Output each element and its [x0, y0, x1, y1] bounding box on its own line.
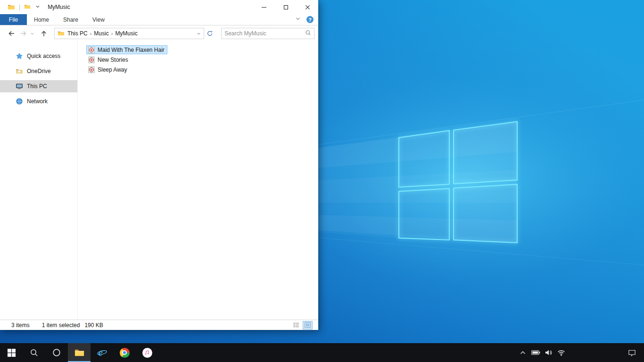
forward-button[interactable]: [19, 29, 28, 38]
music-file-icon: [88, 46, 95, 54]
details-view-icon: [293, 321, 300, 329]
tab-home[interactable]: Home: [27, 14, 56, 25]
close-button[interactable]: [297, 0, 318, 14]
taskbar-chrome-button[interactable]: [113, 343, 136, 362]
details-view-button[interactable]: [291, 321, 301, 329]
refresh-button[interactable]: [204, 28, 215, 39]
windows-logo-icon: [7, 348, 16, 357]
window-controls: [253, 0, 318, 14]
svg-text:e: e: [98, 347, 102, 358]
minimize-icon: [262, 7, 266, 8]
navigation-pane: Quick access OneDrive This PC Network: [0, 41, 78, 320]
search-icon[interactable]: [305, 30, 311, 37]
selection-size: 190 KB: [84, 322, 103, 329]
ribbon-right-controls: ?: [295, 14, 318, 25]
taskbar-search-button[interactable]: [23, 343, 45, 362]
qat-folder-button[interactable]: [24, 3, 32, 11]
tab-view[interactable]: View: [85, 14, 112, 25]
search-input[interactable]: [224, 30, 305, 37]
address-bar[interactable]: This PC › Music › MyMusic: [54, 28, 204, 39]
selection-summary: 1 item selected: [42, 322, 80, 329]
large-icons-view-button[interactable]: [303, 321, 313, 329]
qat-customize-chevron-icon[interactable]: [35, 4, 40, 10]
close-icon: [305, 5, 310, 10]
sidebar-item-onedrive[interactable]: OneDrive: [0, 65, 77, 77]
status-bar: 3 items 1 item selected 190 KB: [0, 320, 318, 330]
star-icon: [16, 52, 23, 60]
file-item-sleep-away[interactable]: Sleep Away: [86, 65, 130, 74]
qat-separator: |: [19, 4, 20, 10]
sidebar-item-this-pc[interactable]: This PC: [0, 80, 77, 92]
view-toggle-group: [291, 321, 313, 329]
itunes-icon: [142, 348, 152, 358]
music-file-icon: [88, 66, 95, 74]
sidebar-item-label: Network: [27, 98, 48, 105]
system-tray: [518, 343, 566, 362]
window-folder-icon: [8, 3, 15, 11]
file-name: Maid With The Flaxen Hair: [98, 47, 165, 53]
sidebar-item-network[interactable]: Network: [0, 95, 77, 107]
search-box: [221, 28, 314, 39]
back-button[interactable]: [7, 29, 16, 38]
hidden-icons-chevron-icon[interactable]: [518, 343, 528, 362]
file-name: Sleep Away: [98, 66, 127, 73]
expand-ribbon-chevron-icon[interactable]: [295, 16, 301, 23]
sidebar-item-label: This PC: [27, 83, 47, 90]
sidebar-item-label: OneDrive: [27, 68, 51, 74]
taskbar-file-explorer-button[interactable]: [68, 343, 91, 362]
file-item-new-stories[interactable]: New Stories: [86, 55, 131, 64]
cortana-button[interactable]: [45, 343, 68, 362]
network-icon: [16, 98, 23, 105]
music-file-icon: [88, 56, 95, 64]
pc-icon: [16, 82, 23, 90]
breadcrumb-mymusic[interactable]: MyMusic: [113, 30, 140, 37]
battery-icon[interactable]: [531, 343, 540, 362]
large-icons-view-icon: [304, 321, 311, 329]
navigation-bar: This PC › Music › MyMusic: [0, 25, 318, 41]
action-center-button[interactable]: [621, 343, 642, 362]
onedrive-icon: [16, 67, 23, 75]
item-count: 3 items: [11, 322, 30, 329]
sidebar-item-quick-access[interactable]: Quick access: [0, 50, 77, 62]
tab-file[interactable]: File: [0, 14, 27, 25]
up-button[interactable]: [39, 29, 49, 38]
window-title: MyMusic: [48, 4, 70, 10]
taskbar-itunes-button[interactable]: [136, 343, 158, 362]
breadcrumb-this-pc[interactable]: This PC: [65, 30, 90, 37]
action-center-icon: [628, 349, 636, 357]
address-dropdown-chevron-icon[interactable]: [196, 32, 202, 36]
volume-icon[interactable]: [544, 343, 553, 362]
file-list: Maid With The Flaxen Hair New Stories Sl…: [78, 41, 318, 320]
cortana-icon: [52, 348, 61, 357]
taskbar-internet-explorer-button[interactable]: e: [91, 343, 113, 362]
breadcrumb-music[interactable]: Music: [91, 30, 111, 37]
tab-share[interactable]: Share: [56, 14, 85, 25]
maximize-icon: [284, 5, 288, 9]
help-button[interactable]: ?: [306, 16, 314, 23]
quick-access-toolbar: |: [0, 3, 40, 11]
ribbon-tab-strip: File Home Share View ?: [0, 14, 318, 25]
file-explorer-window: | MyMusic File Home Share View ?: [0, 0, 318, 330]
window-body: Quick access OneDrive This PC Network: [0, 41, 318, 320]
wifi-icon[interactable]: [556, 343, 566, 362]
search-icon: [30, 348, 38, 357]
recent-locations-chevron-icon[interactable]: [29, 31, 35, 37]
taskbar: e: [0, 343, 644, 362]
file-name: New Stories: [98, 57, 128, 63]
internet-explorer-icon: e: [97, 347, 107, 358]
address-folder-icon: [58, 30, 65, 37]
file-item-maid-with-the-flaxen-hair[interactable]: Maid With The Flaxen Hair: [86, 45, 167, 54]
start-button[interactable]: [0, 343, 23, 362]
minimize-button[interactable]: [253, 0, 275, 14]
titlebar[interactable]: | MyMusic: [0, 0, 318, 14]
chrome-icon: [120, 348, 130, 358]
file-explorer-icon: [74, 347, 85, 358]
sidebar-item-label: Quick access: [27, 53, 60, 59]
maximize-button[interactable]: [275, 0, 297, 14]
